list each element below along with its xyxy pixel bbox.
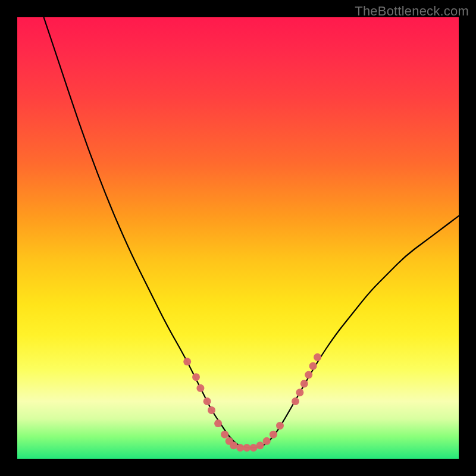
marker-dot — [236, 444, 244, 452]
marker-dot — [250, 444, 258, 452]
marker-dot — [309, 362, 317, 370]
marker-dot — [208, 406, 215, 414]
marker-group — [183, 353, 321, 452]
marker-dot — [270, 431, 277, 439]
watermark-text: TheBottleneck.com — [355, 4, 469, 19]
bottleneck-curve — [44, 17, 459, 448]
marker-dot — [256, 441, 264, 449]
marker-dot — [292, 397, 299, 405]
marker-dot — [276, 422, 284, 430]
marker-dot — [221, 431, 228, 439]
marker-dot — [196, 384, 204, 392]
marker-dot — [192, 373, 200, 381]
marker-dot — [305, 371, 312, 379]
marker-dot — [214, 419, 222, 427]
marker-dot — [243, 444, 250, 452]
chart-svg — [17, 17, 459, 459]
marker-dot — [300, 380, 308, 387]
marker-dot — [314, 353, 321, 361]
marker-dot — [230, 441, 237, 449]
marker-dot — [203, 397, 211, 405]
marker-dot — [296, 389, 303, 396]
marker-dot — [263, 437, 271, 445]
marker-dot — [183, 358, 191, 365]
